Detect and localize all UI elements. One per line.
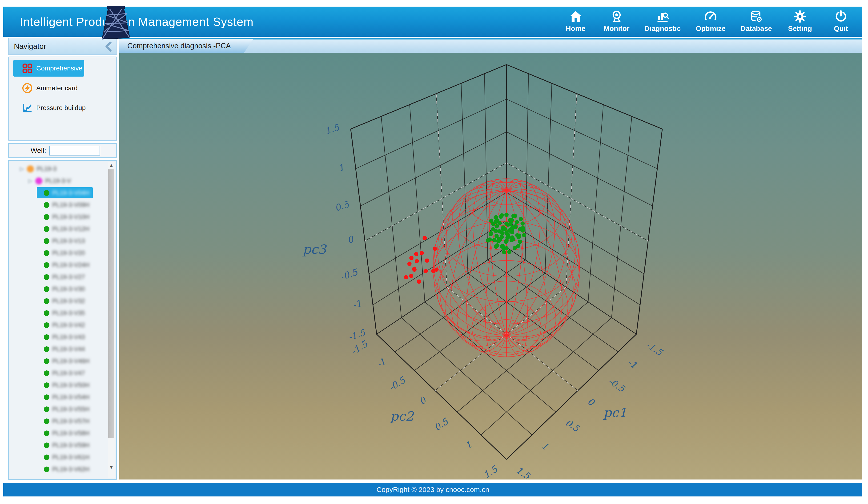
tree-item-label: PL19-3-V04H <box>52 189 90 196</box>
nav-item-monitor[interactable]: Monitor <box>604 9 630 32</box>
tree-item-label: PL19-3-V13 <box>52 237 85 244</box>
tree-item-PL19-3-V27[interactable]: PL19-3-V27 <box>9 271 117 283</box>
nav-item-optimize[interactable]: Optimize <box>696 9 726 32</box>
pc3-tick-label: -1 <box>351 298 363 311</box>
nav-item-diagnostic[interactable]: Diagnostic <box>645 9 681 32</box>
tree-item-PL19-3-V10H[interactable]: PL19-3-V10H <box>9 211 117 223</box>
data-point <box>492 238 497 242</box>
tree-item-PL19-3-V13[interactable]: PL19-3-V13 <box>9 235 117 247</box>
nav-item-label: Database <box>741 24 772 32</box>
tab-label: Comprehensive diagnosis -PCA <box>127 42 231 50</box>
tree-item-label: PL19-3-V58H <box>52 430 90 437</box>
data-point <box>512 214 516 218</box>
scroll-up-arrow-icon[interactable]: ▲ <box>108 162 115 169</box>
tree-item-PL19-3-V42[interactable]: PL19-3-V42 <box>9 319 117 331</box>
tree-item-PL19-3-V44[interactable]: PL19-3-V44 <box>9 343 117 355</box>
data-point <box>412 268 416 272</box>
scrollbar-thumb[interactable] <box>108 169 114 438</box>
data-point <box>425 259 429 263</box>
sidebar-item-pressure-buildup[interactable]: Pressure buildup <box>13 100 84 116</box>
grid-line <box>414 273 545 370</box>
pc1-tick-label: 1 <box>540 440 550 452</box>
sidebar-item-comprehensive[interactable]: Comprehensive <box>13 60 84 77</box>
grid-line <box>410 104 425 302</box>
data-point <box>497 238 502 242</box>
oil-derrick-image <box>99 5 135 41</box>
nav-item-setting[interactable]: Setting <box>787 9 813 32</box>
tree-item-PL19-3-V58H[interactable]: PL19-3-V58H <box>9 427 117 439</box>
scatter-series-normal-cluster <box>486 213 526 254</box>
collapse-sidebar-button[interactable] <box>104 41 113 52</box>
data-point <box>489 219 493 223</box>
tree-item-label: PL19-3-V47 <box>52 370 85 377</box>
data-point <box>515 220 519 224</box>
tree-item-PL19-3-V32[interactable]: PL19-3-V32 <box>9 295 117 307</box>
tree-item-PL19-3-V50H[interactable]: PL19-3-V50H <box>9 379 117 391</box>
tree-item-PL19-3-V30[interactable]: PL19-3-V30 <box>9 283 117 295</box>
tree-expand-icon[interactable]: ▷ <box>27 178 33 184</box>
pca-3d-plot[interactable]: 1.510.50-0.5-1-1.5-1.5-1-0.500.511.5-1.5… <box>119 53 862 480</box>
tree-item-PL19-3-V46H[interactable]: PL19-3-V46H <box>9 355 117 367</box>
tree-item-PL19-3-V09H[interactable]: PL19-3-V09H <box>9 199 117 211</box>
nav-item-label: Setting <box>788 24 812 32</box>
pc1-tick-label: -0.5 <box>607 376 627 394</box>
pc1-tick-label: 1.5 <box>514 465 533 480</box>
well-search-input[interactable] <box>49 145 100 155</box>
tree-item-PL19-3-V20[interactable]: PL19-3-V20 <box>9 247 117 259</box>
well-status-dot <box>44 406 49 412</box>
data-point <box>498 215 503 219</box>
well-status-dot <box>44 346 49 352</box>
data-point <box>494 215 498 219</box>
tree-item-PL19-3[interactable]: ▷PL19-3 <box>9 163 117 175</box>
tree-item-PL19-3-V[interactable]: ▷PL19-3-V <box>9 175 117 187</box>
data-point <box>513 246 517 250</box>
tree-item-PL19-3-V35[interactable]: PL19-3-V35 <box>9 307 117 319</box>
tree-item-PL19-3-V61H[interactable]: PL19-3-V61H <box>9 451 117 463</box>
tree-scrollbar[interactable]: ▲ ▼ <box>108 162 115 478</box>
pca-3d-scatter-canvas[interactable]: 1.510.50-0.5-1-1.5-1.5-1-0.500.511.5-1.5… <box>119 53 862 480</box>
grid-line <box>525 74 529 260</box>
grid-line <box>506 192 644 274</box>
tree-item-PL19-3-V59H[interactable]: PL19-3-V59H <box>9 439 117 451</box>
sidebar-item-label: Ammeter card <box>36 84 78 92</box>
data-point <box>504 246 509 251</box>
nav-item-database[interactable]: Database <box>741 9 772 32</box>
data-point <box>491 228 495 232</box>
tree-item-label: PL19-3-V32 <box>52 298 85 305</box>
nav-item-home[interactable]: Home <box>563 9 589 32</box>
tree-item-label: PL19-3-V62H <box>52 466 90 473</box>
grid-line <box>355 99 506 169</box>
ammeter-icon <box>22 82 33 94</box>
app-title: Intelligent Production Management System <box>20 15 254 29</box>
data-point <box>497 229 502 233</box>
tree-item-PL19-3-V24H[interactable]: PL19-3-V24H <box>9 259 117 271</box>
data-point <box>488 238 492 242</box>
scroll-down-arrow-icon[interactable]: ▼ <box>108 464 115 471</box>
tree-item-PL19-3-V55H[interactable]: PL19-3-V55H <box>9 403 117 415</box>
pc1-tick-label: -1.5 <box>644 340 665 358</box>
tree-item-PL19-3-V62H[interactable]: PL19-3-V62H <box>9 463 117 475</box>
well-status-dot <box>44 382 49 388</box>
control-limit-sphere <box>433 179 580 357</box>
tree-expand-icon[interactable]: ▷ <box>19 166 25 172</box>
sidebar-item-ammeter-card[interactable]: Ammeter card <box>13 80 84 97</box>
well-status-dot <box>44 322 49 328</box>
tree-item-PL19-3-V04H[interactable]: PL19-3-V04H <box>9 187 117 199</box>
data-point <box>504 239 509 243</box>
tree-item-PL19-3-V47[interactable]: PL19-3-V47 <box>9 367 117 379</box>
nav-item-quit[interactable]: Quit <box>828 9 854 32</box>
header-bar: Intelligent Production Management System… <box>3 7 862 37</box>
tree-item-label: PL19-3-V30 <box>52 285 85 293</box>
axis-edge <box>506 334 637 460</box>
tree-item-PL19-3-V57H[interactable]: PL19-3-V57H <box>9 415 117 427</box>
grid-line <box>611 117 632 317</box>
data-point <box>509 218 514 222</box>
data-point <box>522 233 526 237</box>
quit-icon <box>834 9 848 23</box>
tree-item-PL19-3-V43[interactable]: PL19-3-V43 <box>9 331 117 343</box>
well-status-dot <box>44 359 49 364</box>
tree-item-PL19-3-V54H[interactable]: PL19-3-V54H <box>9 391 117 403</box>
tab-comprehensive-diagnosis-pca[interactable]: Comprehensive diagnosis -PCA <box>119 39 253 53</box>
tree-item-PL19-3-V12H[interactable]: PL19-3-V12H <box>9 223 117 235</box>
nav-item-label: Quit <box>834 24 848 32</box>
